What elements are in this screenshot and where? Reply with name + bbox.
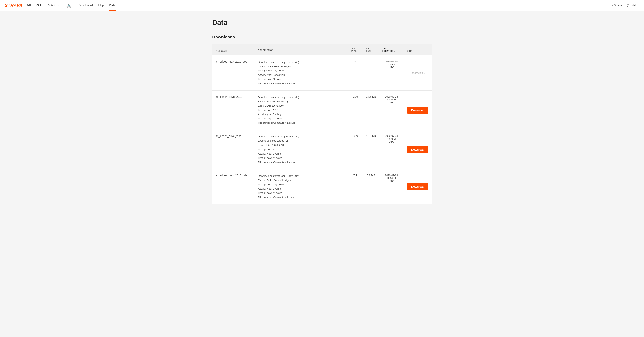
region-selector[interactable]: Ontario ▾ bbox=[48, 4, 59, 7]
cell-datecreated: 2020-07-30 09:49:20 UTC bbox=[379, 56, 404, 91]
nav-links: Dashboard Map Data bbox=[79, 0, 612, 11]
brand-divider: | bbox=[24, 3, 25, 8]
help-icon: ? bbox=[627, 4, 630, 7]
cell-filesize: 6.8 MB bbox=[363, 169, 379, 204]
help-label: Help bbox=[632, 4, 637, 7]
main-content: Data Downloads FILENAME DESCRIPTION FILE… bbox=[206, 11, 438, 212]
table-body: all_edges_may_2020_pedDownload contents:… bbox=[212, 56, 432, 204]
help-button[interactable]: ? Help bbox=[625, 3, 639, 8]
table-header-row: FILENAME DESCRIPTION FILETYPE FILESIZE D… bbox=[212, 44, 432, 56]
download-button[interactable]: Download bbox=[407, 107, 428, 114]
cell-description: Download contents: .shp + .csv (.zip) Ex… bbox=[255, 130, 348, 169]
download-button[interactable]: Download bbox=[407, 146, 428, 153]
cell-filename: hb_beach_drive_2020 bbox=[212, 130, 255, 169]
cell-link: Download bbox=[404, 169, 432, 204]
region-label: Ontario bbox=[48, 4, 56, 7]
cell-filename: hb_beach_drive_2019 bbox=[212, 90, 255, 130]
bike-icon: 🚲 bbox=[66, 3, 71, 8]
brand-metro: METRO bbox=[27, 3, 41, 7]
section-title: Downloads bbox=[212, 34, 432, 40]
col-header-datecreated[interactable]: DATECREATED ▼ bbox=[379, 44, 404, 56]
cell-filetype: CSV bbox=[348, 90, 363, 130]
col-header-description: DESCRIPTION bbox=[255, 44, 348, 56]
region-chevron: ▾ bbox=[58, 4, 59, 6]
nav-data[interactable]: Data bbox=[109, 0, 116, 11]
cell-datecreated: 2020-07-28 19:20:19 UTC bbox=[379, 169, 404, 204]
navbar: STRAVA | METRO Ontario ▾ 🚲 ▾ Dashboard M… bbox=[0, 0, 644, 11]
download-button[interactable]: Download bbox=[407, 183, 428, 190]
title-underline bbox=[212, 28, 222, 28]
cell-datecreated: 2020-07-28 22:20:35 UTC bbox=[379, 90, 404, 130]
nav-map[interactable]: Map bbox=[98, 0, 104, 11]
brand: STRAVA | METRO bbox=[5, 3, 41, 8]
cell-filesize: 33.5 KB bbox=[363, 90, 379, 130]
cell-description: Download contents: .shp + .csv (.zip) Ex… bbox=[255, 56, 348, 91]
page-title: Data bbox=[212, 18, 432, 27]
nav-right: ▾ Strava ? Help bbox=[612, 3, 639, 8]
cell-filesize: 13.8 KB bbox=[363, 130, 379, 169]
nav-dashboard[interactable]: Dashboard bbox=[79, 0, 93, 11]
sort-arrow-datecreated: ▼ bbox=[394, 50, 396, 52]
cell-filename: all_edges_may_2020_ride bbox=[212, 169, 255, 204]
bike-chevron[interactable]: ▾ bbox=[71, 4, 72, 6]
cell-datecreated: 2020-07-28 22:19:51 UTC bbox=[379, 130, 404, 169]
cell-filetype: – bbox=[348, 56, 363, 91]
table-row: hb_beach_drive_2020Download contents: .s… bbox=[212, 130, 432, 169]
cell-description: Download contents: .shp + .csv (.zip) Ex… bbox=[255, 90, 348, 130]
table-row: hb_beach_drive_2019Download contents: .s… bbox=[212, 90, 432, 130]
downloads-table: FILENAME DESCRIPTION FILETYPE FILESIZE D… bbox=[212, 44, 432, 204]
account-chevron: ▾ bbox=[612, 4, 613, 7]
account-dropdown[interactable]: ▾ Strava bbox=[612, 4, 622, 7]
cell-description: Download contents: .shp + .csv (.zip) Ex… bbox=[255, 169, 348, 204]
cell-link: Download bbox=[404, 130, 432, 169]
brand-strava: STRAVA bbox=[5, 3, 22, 8]
cell-filetype: ZIP bbox=[348, 169, 363, 204]
table-row: all_edges_may_2020_pedDownload contents:… bbox=[212, 56, 432, 91]
col-header-filename: FILENAME bbox=[212, 44, 255, 56]
cell-filename: all_edges_may_2020_ped bbox=[212, 56, 255, 91]
col-header-link: LINK bbox=[404, 44, 432, 56]
account-label: Strava bbox=[614, 4, 622, 7]
cell-link: Processing... bbox=[404, 56, 432, 91]
cell-filetype: CSV bbox=[348, 130, 363, 169]
col-header-filesize: FILESIZE bbox=[363, 44, 379, 56]
col-header-filetype: FILETYPE bbox=[348, 44, 363, 56]
processing-label: Processing... bbox=[410, 72, 425, 74]
cell-filesize: – bbox=[363, 56, 379, 91]
table-row: all_edges_may_2020_rideDownload contents… bbox=[212, 169, 432, 204]
cell-link: Download bbox=[404, 90, 432, 130]
